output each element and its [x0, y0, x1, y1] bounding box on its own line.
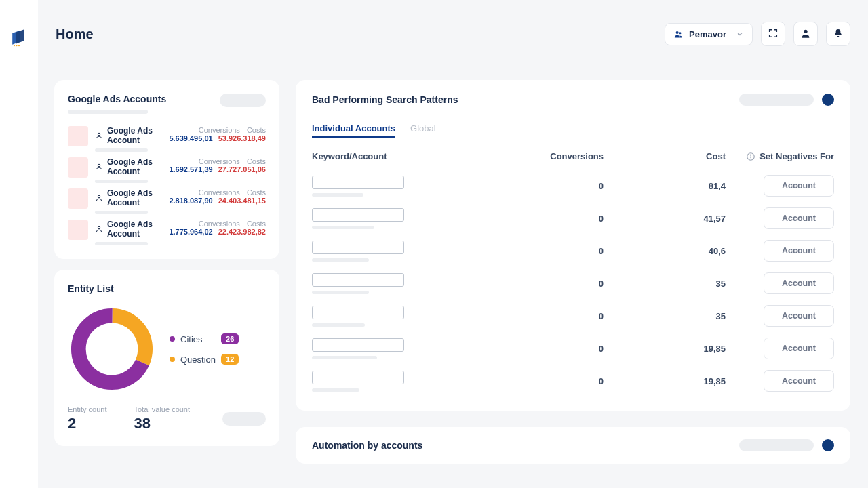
- bad-patterns-panel: Bad Performing Search Patterns Individua…: [296, 80, 850, 411]
- row-conversions: 0: [515, 246, 604, 256]
- svg-point-1: [16, 45, 17, 46]
- skeleton-button: [222, 412, 266, 426]
- row-conversions: 0: [515, 344, 604, 354]
- skeleton: [312, 388, 359, 392]
- skeleton: [312, 356, 377, 359]
- col-cost: Cost: [604, 151, 726, 161]
- set-negative-account-button[interactable]: Account: [764, 338, 834, 359]
- legend-item: Question 12: [170, 354, 239, 365]
- row-cost: 19,85: [604, 344, 726, 354]
- costs-value: 27.727.051,06: [218, 165, 266, 174]
- account-name: Google Ads Account: [107, 157, 162, 176]
- account-name: Google Ads Account: [107, 220, 162, 239]
- row-conversions: 0: [515, 181, 604, 191]
- svg-point-8: [98, 195, 100, 198]
- set-negative-account-button[interactable]: Account: [764, 207, 834, 229]
- skeleton: [739, 94, 814, 106]
- entity-count-label: Entity count: [68, 405, 106, 413]
- conversions-label: Conversions: [199, 220, 240, 228]
- row-cost: 40,6: [604, 246, 726, 256]
- row-conversions: 0: [515, 376, 604, 386]
- account-row[interactable]: Google Ads Account Conversions Costs 5.6…: [68, 126, 266, 152]
- skeleton: [312, 258, 369, 262]
- profile-button[interactable]: [793, 22, 818, 46]
- table-row: 0 19,85 Account: [312, 365, 834, 397]
- keyword-input[interactable]: [312, 273, 404, 287]
- entity-list-card: Entity List Cities 26 Question 12 Entity…: [54, 270, 279, 446]
- workspace-label: Pemavor: [689, 29, 726, 39]
- conversions-value: 1.775.964,02: [169, 228, 212, 236]
- user-icon: [800, 28, 811, 41]
- set-negative-account-button[interactable]: Account: [764, 305, 834, 327]
- conversions-label: Conversions: [199, 157, 240, 165]
- entity-count-value: 2: [68, 415, 106, 432]
- row-conversions: 0: [515, 214, 604, 224]
- user-icon: [95, 225, 103, 233]
- conversions-label: Conversions: [199, 188, 240, 197]
- account-row[interactable]: Google Ads Account Conversions Costs 2.8…: [68, 188, 266, 214]
- google-ads-title: Google Ads Accounts: [68, 94, 166, 104]
- skeleton: [312, 291, 369, 294]
- fullscreen-button[interactable]: [761, 22, 785, 46]
- account-thumbnail: [68, 188, 88, 209]
- conversions-value: 5.639.495,01: [169, 134, 212, 142]
- header: Home Pemavor: [38, 0, 868, 68]
- user-icon: [95, 194, 103, 202]
- row-cost: 81,4: [604, 181, 726, 191]
- svg-point-4: [679, 32, 682, 34]
- col-set-negatives: Set Negatives For: [760, 151, 834, 161]
- skeleton: [68, 110, 148, 114]
- info-icon: [746, 152, 755, 161]
- bell-icon: [833, 28, 844, 41]
- automation-panel: Automation by accounts: [296, 427, 850, 464]
- set-negative-account-button[interactable]: Account: [764, 272, 834, 294]
- expand-icon: [768, 28, 778, 41]
- account-thumbnail: [68, 220, 88, 240]
- row-cost: 35: [604, 279, 726, 289]
- user-icon: [95, 131, 103, 140]
- total-value-count: 38: [134, 415, 190, 432]
- app-logo: [9, 28, 28, 47]
- costs-value: 24.403.481,15: [218, 197, 266, 205]
- set-negative-account-button[interactable]: Account: [764, 370, 834, 392]
- account-thumbnail: [68, 126, 88, 146]
- account-name: Google Ads Account: [107, 126, 162, 145]
- skeleton: [95, 148, 148, 152]
- set-negative-account-button[interactable]: Account: [764, 175, 834, 197]
- conversions-value: 1.692.571,39: [169, 165, 212, 174]
- tab-individual-accounts[interactable]: Individual Accounts: [312, 123, 395, 138]
- keyword-input[interactable]: [312, 176, 404, 189]
- account-row[interactable]: Google Ads Account Conversions Costs 1.6…: [68, 157, 266, 183]
- panel-action-dot[interactable]: [822, 439, 834, 451]
- skeleton: [312, 323, 365, 327]
- row-cost: 19,85: [604, 376, 726, 386]
- skeleton: [312, 193, 363, 197]
- account-row[interactable]: Google Ads Account Conversions Costs 1.7…: [68, 220, 266, 245]
- row-conversions: 0: [515, 279, 604, 289]
- conversions-value: 2.818.087,90: [169, 197, 212, 205]
- svg-point-6: [98, 133, 100, 136]
- skeleton: [95, 242, 148, 245]
- panel-action-dot[interactable]: [822, 94, 834, 106]
- user-icon: [95, 163, 103, 171]
- skeleton: [95, 180, 148, 183]
- google-ads-accounts-card: Google Ads Accounts Google Ads Account C…: [54, 80, 279, 259]
- col-conversions: Conversions: [515, 151, 604, 161]
- keyword-input[interactable]: [312, 208, 404, 222]
- col-keyword: Keyword/Account: [312, 151, 515, 161]
- keyword-input[interactable]: [312, 338, 404, 352]
- keyword-input[interactable]: [312, 241, 404, 254]
- table-row: 0 35 Account: [312, 267, 834, 300]
- tab-global[interactable]: Global: [410, 123, 436, 138]
- keyword-input[interactable]: [312, 306, 404, 319]
- row-cost: 35: [604, 311, 726, 321]
- workspace-selector[interactable]: Pemavor: [665, 23, 753, 45]
- set-negative-account-button[interactable]: Account: [764, 240, 834, 262]
- costs-label: Costs: [247, 188, 266, 197]
- legend-count-badge: 26: [221, 333, 239, 344]
- svg-point-0: [14, 45, 15, 46]
- svg-point-3: [676, 31, 679, 34]
- keyword-input[interactable]: [312, 371, 404, 384]
- notifications-button[interactable]: [826, 22, 850, 46]
- skeleton: [739, 439, 814, 451]
